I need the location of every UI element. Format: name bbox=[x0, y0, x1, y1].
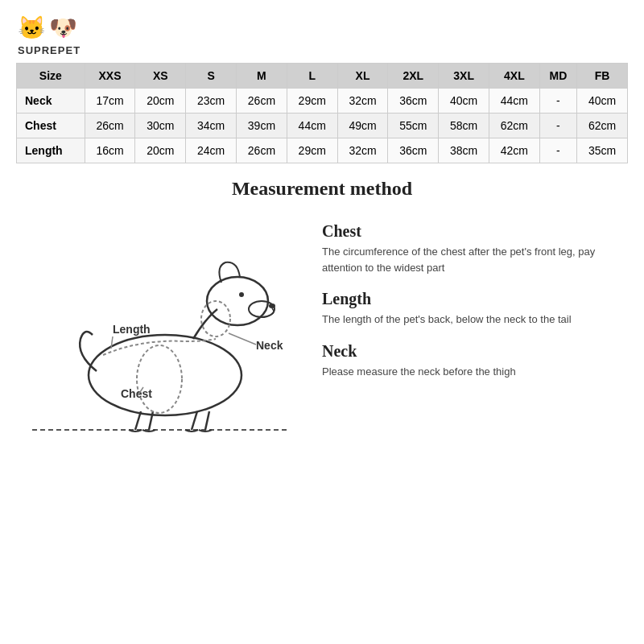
measurement-section: Measurement method bbox=[8, 163, 636, 459]
row-cell: 44cm bbox=[489, 89, 540, 114]
row-cell: 49cm bbox=[337, 114, 388, 138]
table-header-row: SizeXXSXSSMLXL2XL3XL4XLMDFB bbox=[17, 64, 628, 89]
svg-line-8 bbox=[192, 411, 197, 430]
size-table: SizeXXSXSSMLXL2XL3XL4XLMDFB Neck17cm20cm… bbox=[16, 63, 628, 163]
dog-illustration: Length Chest Neck bbox=[16, 214, 306, 459]
row-cell: 32cm bbox=[337, 138, 388, 163]
row-cell: 20cm bbox=[135, 89, 186, 114]
svg-line-9 bbox=[205, 411, 209, 430]
row-label: Chest bbox=[17, 114, 85, 138]
logo-wrapper: 🐱 🐶 SUPREPET bbox=[18, 14, 80, 56]
row-cell: 32cm bbox=[337, 89, 388, 114]
row-label: Neck bbox=[17, 89, 85, 114]
row-cell: 24cm bbox=[186, 138, 237, 163]
row-cell: 26cm bbox=[237, 138, 287, 163]
table-header-xs: XS bbox=[135, 64, 186, 89]
svg-line-17 bbox=[229, 333, 256, 345]
dog-svg: Length Chest Neck bbox=[16, 214, 306, 456]
svg-point-10 bbox=[137, 345, 182, 413]
row-cell: 29cm bbox=[287, 89, 337, 114]
svg-line-6 bbox=[135, 411, 141, 430]
row-cell: 40cm bbox=[439, 89, 489, 114]
neck-desc: Please measure the neck before the thigh bbox=[322, 364, 628, 380]
row-cell: 62cm bbox=[577, 114, 628, 138]
svg-point-5 bbox=[269, 303, 275, 308]
table-row: Length16cm20cm24cm26cm29cm32cm36cm38cm42… bbox=[17, 138, 628, 163]
page: 🐱 🐶 SUPREPET SizeXXSXSSMLXL2XL3XL4XLMDFB… bbox=[0, 0, 644, 644]
table-header-md: MD bbox=[539, 64, 576, 89]
logo-icons: 🐱 🐶 bbox=[18, 14, 77, 41]
row-label: Length bbox=[17, 138, 85, 163]
logo-text: SUPREPET bbox=[18, 44, 80, 56]
row-cell: - bbox=[539, 89, 576, 114]
cat-icon: 🐱 bbox=[18, 14, 46, 41]
table-header-xxs: XXS bbox=[85, 64, 135, 89]
neck-title: Neck bbox=[322, 342, 628, 361]
row-cell: 55cm bbox=[388, 114, 439, 138]
row-cell: 17cm bbox=[85, 89, 135, 114]
table-header-m: M bbox=[237, 64, 287, 89]
measure-item-length: Length The length of the pet's back, bel… bbox=[322, 290, 628, 328]
table-header-fb: FB bbox=[577, 64, 628, 89]
size-table-wrapper: SizeXXSXSSMLXL2XL3XL4XLMDFB Neck17cm20cm… bbox=[8, 63, 636, 163]
measure-item-chest: Chest The circumference of the chest aft… bbox=[322, 222, 628, 275]
logo-area: 🐱 🐶 SUPREPET bbox=[8, 8, 636, 63]
row-cell: 39cm bbox=[237, 114, 287, 138]
measure-item-neck: Neck Please measure the neck before the … bbox=[322, 342, 628, 380]
chest-desc: The circumference of the chest after the… bbox=[322, 244, 628, 275]
row-cell: 44cm bbox=[287, 114, 337, 138]
row-cell: 62cm bbox=[489, 114, 540, 138]
row-cell: 26cm bbox=[237, 89, 287, 114]
measurement-title: Measurement method bbox=[16, 178, 628, 200]
chest-title: Chest bbox=[322, 222, 628, 241]
row-cell: 34cm bbox=[186, 114, 237, 138]
table-row: Chest26cm30cm34cm39cm44cm49cm55cm58cm62c… bbox=[17, 114, 628, 138]
table-header-size: Size bbox=[17, 64, 85, 89]
row-cell: 40cm bbox=[577, 89, 628, 114]
table-header-xl: XL bbox=[337, 64, 388, 89]
measurement-content: Length Chest Neck Chest The cir bbox=[16, 214, 628, 459]
table-header-l: L bbox=[287, 64, 337, 89]
svg-text:Chest: Chest bbox=[121, 387, 152, 400]
row-cell: 29cm bbox=[287, 138, 337, 163]
row-cell: 36cm bbox=[388, 89, 439, 114]
measurement-descriptions: Chest The circumference of the chest aft… bbox=[322, 214, 628, 394]
table-header-2xl: 2XL bbox=[388, 64, 439, 89]
row-cell: 20cm bbox=[135, 138, 186, 163]
row-cell: 58cm bbox=[439, 114, 489, 138]
length-title: Length bbox=[322, 290, 628, 308]
row-cell: 36cm bbox=[388, 138, 439, 163]
table-header-3xl: 3XL bbox=[439, 64, 489, 89]
row-cell: 35cm bbox=[577, 138, 628, 163]
table-row: Neck17cm20cm23cm26cm29cm32cm36cm40cm44cm… bbox=[17, 89, 628, 114]
row-cell: - bbox=[539, 138, 576, 163]
svg-point-4 bbox=[239, 292, 244, 297]
row-cell: 26cm bbox=[85, 114, 135, 138]
svg-text:Length: Length bbox=[113, 323, 151, 336]
length-desc: The length of the pet's back, below the … bbox=[322, 312, 628, 328]
row-cell: 38cm bbox=[439, 138, 489, 163]
row-cell: - bbox=[539, 114, 576, 138]
row-cell: 30cm bbox=[135, 114, 186, 138]
row-cell: 42cm bbox=[489, 138, 540, 163]
table-header-4xl: 4XL bbox=[489, 64, 540, 89]
row-cell: 16cm bbox=[85, 138, 135, 163]
svg-text:Neck: Neck bbox=[256, 339, 283, 352]
row-cell: 23cm bbox=[186, 89, 237, 114]
dog-icon: 🐶 bbox=[49, 14, 77, 41]
table-header-s: S bbox=[186, 64, 237, 89]
